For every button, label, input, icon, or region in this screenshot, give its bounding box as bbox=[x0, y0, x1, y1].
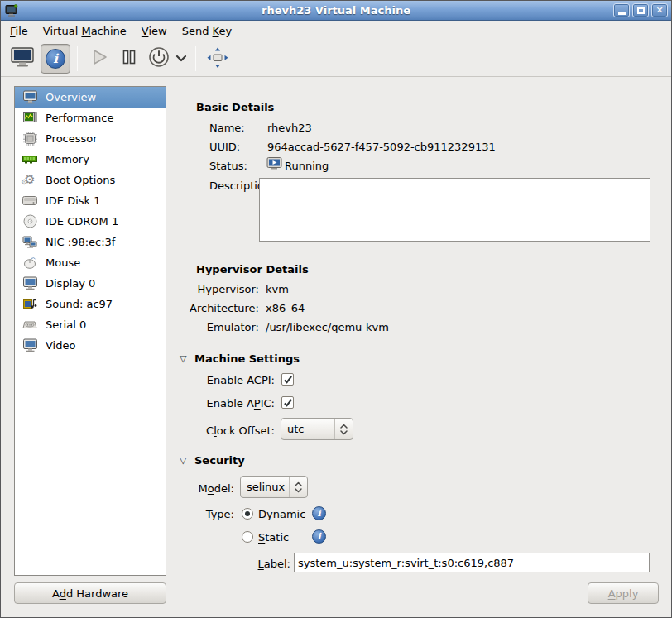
sidebar-item-label: Serial 0 bbox=[46, 319, 86, 331]
mouse-icon bbox=[20, 256, 40, 269]
machine-settings-header: Machine Settings bbox=[194, 352, 300, 365]
info-icon: i bbox=[46, 49, 65, 69]
sidebar-item-label: Video bbox=[46, 339, 75, 352]
uuid-label: UUID: bbox=[209, 140, 240, 154]
sidebar-item-label: Performance bbox=[46, 112, 113, 124]
sidebar-item-label: IDE CDROM 1 bbox=[46, 215, 118, 228]
hardware-list: Overview Performance Processor Memory ⚙⚙… bbox=[14, 86, 166, 576]
menu-file[interactable]: File bbox=[2, 22, 36, 40]
enable-acpi-label: Enable ACPI: bbox=[175, 373, 275, 387]
enable-apic-label: Enable APIC: bbox=[175, 396, 275, 410]
menu-virtual-machine[interactable]: Virtual Machine bbox=[36, 22, 134, 40]
hypervisor-value: kvm bbox=[266, 282, 289, 296]
performance-chart-icon bbox=[20, 112, 40, 124]
add-hardware-label: Add Hardware bbox=[52, 587, 128, 600]
expander-open-icon[interactable]: ▽ bbox=[180, 455, 186, 467]
close-button[interactable]: ✕ bbox=[651, 3, 668, 17]
sidebar-item-nic[interactable]: NIC :98:ec:3f bbox=[15, 232, 166, 252]
sidebar-item-label: Sound: ac97 bbox=[46, 298, 113, 310]
minimize-icon bbox=[618, 12, 626, 15]
model-label: Model: bbox=[175, 481, 234, 496]
static-info-icon[interactable]: i bbox=[312, 529, 326, 544]
menu-send-key[interactable]: Send Key bbox=[175, 22, 239, 40]
security-model-combobox[interactable]: selinux bbox=[240, 476, 308, 498]
spinner-arrows-icon bbox=[289, 477, 307, 497]
sidebar-item-serial-0[interactable]: Serial 0 bbox=[15, 314, 166, 335]
pause-button[interactable] bbox=[114, 44, 144, 74]
sidebar-item-sound[interactable]: Sound: ac97 bbox=[15, 294, 166, 314]
architecture-label: Architecture: bbox=[190, 301, 259, 315]
expander-open-icon[interactable]: ▽ bbox=[180, 353, 186, 365]
dynamic-radio[interactable] bbox=[242, 508, 253, 520]
minimize-button[interactable] bbox=[613, 3, 630, 17]
run-button[interactable] bbox=[84, 44, 114, 74]
shutdown-button[interactable] bbox=[144, 44, 174, 74]
hard-disk-icon bbox=[20, 195, 40, 206]
apply-label: Apply bbox=[608, 587, 639, 600]
sidebar-item-video[interactable]: Video bbox=[15, 335, 166, 356]
running-vm-icon bbox=[266, 157, 282, 173]
status-value: Running bbox=[285, 159, 329, 173]
fullscreen-arrows-icon bbox=[206, 46, 229, 71]
hypervisor-details-header: Hypervisor Details bbox=[196, 263, 309, 275]
console-button[interactable] bbox=[7, 44, 37, 74]
sidebar-item-ide-cdrom-1[interactable]: IDE CDROM 1 bbox=[15, 211, 166, 232]
titlebar[interactable]: rhevh23 Virtual Machine ✕ bbox=[1, 1, 671, 21]
basic-details-header: Basic Details bbox=[196, 101, 274, 113]
security-label-input[interactable] bbox=[294, 553, 650, 572]
sidebar-item-display-0[interactable]: Display 0 bbox=[15, 273, 166, 294]
sidebar-item-label: Display 0 bbox=[46, 277, 95, 290]
network-card-icon bbox=[20, 236, 40, 249]
sidebar-item-label: Boot Options bbox=[46, 174, 115, 186]
menu-view[interactable]: View bbox=[134, 22, 175, 40]
sidebar-item-memory[interactable]: Memory bbox=[15, 149, 166, 170]
static-label: Static bbox=[258, 530, 289, 544]
details-button[interactable]: i bbox=[41, 44, 70, 74]
sidebar-item-label: Overview bbox=[46, 91, 96, 103]
vm-details-window: rhevh23 Virtual Machine ✕ File Virtual M… bbox=[0, 0, 672, 618]
emulator-value: /usr/libexec/qemu-kvm bbox=[266, 320, 389, 334]
ram-icon bbox=[20, 154, 40, 165]
add-hardware-button[interactable]: Add Hardware bbox=[14, 582, 166, 604]
cdrom-disc-icon bbox=[20, 214, 40, 228]
security-model-value: selinux bbox=[241, 481, 289, 493]
maximize-icon bbox=[637, 7, 645, 14]
play-icon bbox=[89, 46, 110, 70]
fullscreen-button[interactable] bbox=[203, 44, 233, 74]
power-icon bbox=[147, 46, 170, 71]
uuid-value: 964accad-5627-f457-5092-cb9112329131 bbox=[267, 140, 496, 154]
serial-device-icon bbox=[20, 320, 40, 330]
apply-button[interactable]: Apply bbox=[588, 582, 659, 604]
description-textarea[interactable] bbox=[259, 178, 650, 242]
security-header: Security bbox=[194, 454, 245, 467]
static-radio[interactable] bbox=[242, 531, 253, 543]
hypervisor-label: Hypervisor: bbox=[190, 282, 259, 296]
dynamic-info-icon[interactable]: i bbox=[312, 506, 326, 520]
chevron-down-icon bbox=[175, 52, 187, 65]
clock-offset-value: utc bbox=[281, 423, 334, 435]
window-title: rhevh23 Virtual Machine bbox=[1, 4, 671, 17]
sidebar-item-performance[interactable]: Performance bbox=[15, 108, 166, 128]
toolbar-separator bbox=[195, 46, 196, 71]
clock-offset-label: Clock Offset: bbox=[175, 424, 275, 438]
dynamic-label: Dynamic bbox=[258, 507, 305, 521]
shutdown-menu-arrow[interactable] bbox=[174, 44, 189, 74]
label-label: Label: bbox=[196, 557, 290, 571]
sidebar-item-processor[interactable]: Processor bbox=[15, 128, 166, 149]
maximize-button[interactable] bbox=[632, 3, 649, 17]
sidebar-item-label: Mouse bbox=[46, 256, 80, 269]
gears-icon: ⚙⚙ bbox=[20, 174, 40, 186]
sidebar-item-overview[interactable]: Overview bbox=[15, 87, 166, 108]
apic-checkbox[interactable] bbox=[281, 396, 294, 409]
menubar: File Virtual Machine View Send Key bbox=[1, 22, 671, 41]
sidebar-item-label: NIC :98:ec:3f bbox=[46, 236, 115, 248]
type-label: Type: bbox=[175, 507, 234, 521]
sidebar-item-ide-disk-1[interactable]: IDE Disk 1 bbox=[15, 190, 166, 211]
toolbar-separator bbox=[77, 46, 78, 71]
sidebar-item-mouse[interactable]: Mouse bbox=[15, 252, 166, 273]
clock-offset-combobox[interactable]: utc bbox=[281, 418, 353, 440]
sidebar-item-boot-options[interactable]: ⚙⚙ Boot Options bbox=[15, 170, 166, 190]
status-label: Status: bbox=[209, 159, 247, 173]
acpi-checkbox[interactable] bbox=[281, 373, 294, 386]
name-label: Name: bbox=[209, 121, 245, 135]
